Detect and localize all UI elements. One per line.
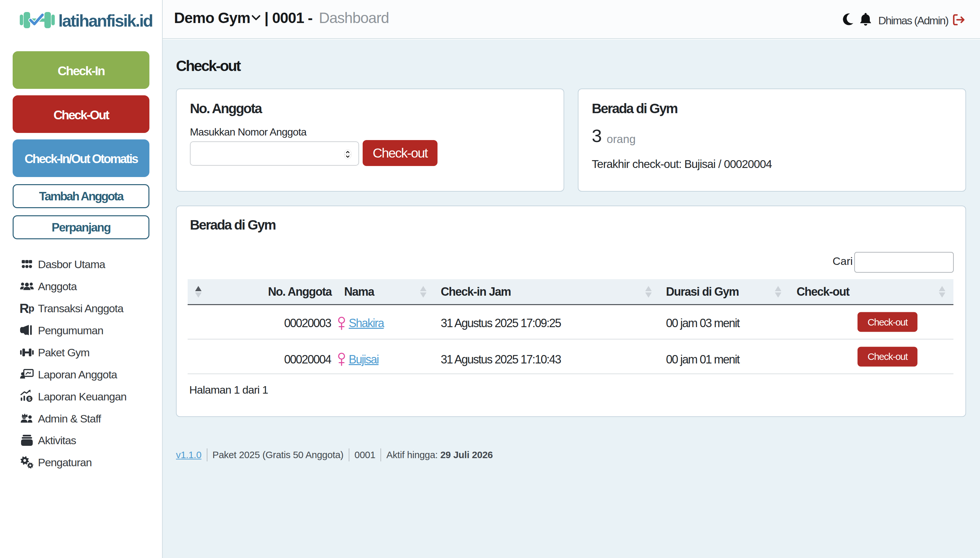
- svg-text:$: $: [28, 396, 31, 401]
